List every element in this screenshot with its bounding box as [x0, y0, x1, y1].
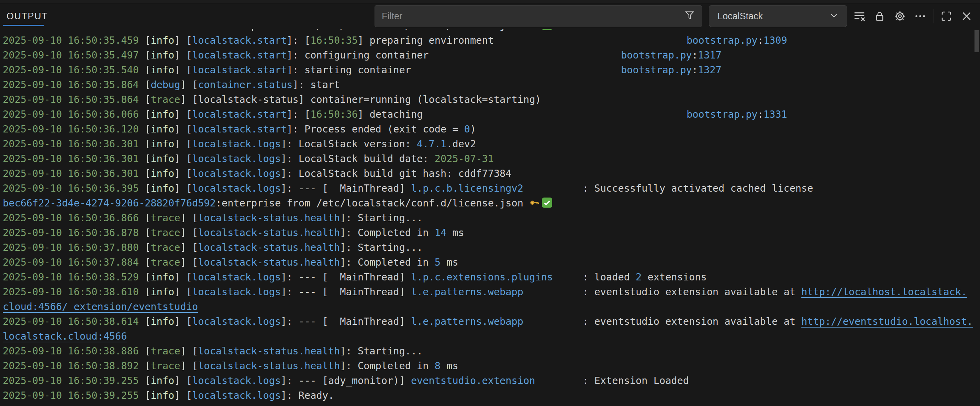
log-text: l.e.patterns.webapp [411, 286, 523, 297]
log-text: trace [151, 256, 180, 268]
log-text: 2025-09-10 16:50:38.610 [3, 286, 139, 297]
log-text: ]: Process ended (exit code = [286, 123, 464, 135]
log-text: ]: Starting... [340, 212, 423, 224]
filter-icon[interactable] [684, 10, 695, 23]
log-text: localstack.logs [192, 286, 281, 297]
log-url-link[interactable]: cloud:4566/_extension/eventstudio [3, 301, 198, 312]
maximize-panel-button[interactable] [939, 8, 954, 24]
log-text: ] [ [174, 49, 192, 61]
log-text: info [151, 109, 174, 120]
close-panel-button[interactable] [959, 8, 975, 24]
check-icon [541, 29, 554, 31]
log-text: [ [139, 182, 151, 194]
log-text: 16:50:35 [310, 34, 358, 46]
log-text: ]: [ [286, 34, 310, 46]
key-icon [529, 29, 541, 31]
log-text: ] [ [180, 256, 198, 268]
log-line: 2025-09-10 16:50:37.884 [trace] [localst… [3, 255, 980, 270]
source-file-link[interactable]: bootstrap.py:1317 [621, 48, 722, 62]
log-text: [ [139, 212, 151, 224]
log-url-link[interactable]: http://localhost.localstack. [801, 286, 967, 297]
lock-scroll-button[interactable] [872, 8, 888, 24]
log-text: ] [ [174, 286, 192, 297]
log-text: ] [ [174, 138, 192, 150]
log-line: 2025-09-10 16:50:38.886 [trace] [localst… [3, 344, 980, 358]
log-url-link[interactable]: http://eventstudio.localhost. [801, 315, 973, 327]
log-text: ]: --- [ MainThread] [281, 271, 411, 283]
source-file-link[interactable]: bootstrap.py:1309 [687, 33, 787, 48]
log-text: .dev2 [446, 138, 476, 150]
log-text: ] [ [180, 345, 198, 357]
log-text: ]: LocalStack build git hash: cddf77384 [281, 168, 511, 179]
clear-output-button[interactable] [851, 8, 867, 24]
log-line: 2025-09-10 16:50:37.880 [trace] [localst… [3, 240, 980, 255]
log-text: : eventstudio extension available at [523, 315, 801, 327]
tab-output[interactable]: OUTPUT [5, 3, 49, 29]
log-text: 8 [435, 360, 441, 372]
log-line: 2025-09-10 16:50:35.864 [trace] [localst… [3, 92, 980, 107]
log-text: 2025-09-10 16:50:38.614 [3, 315, 139, 327]
log-text: ]: Ready. [281, 390, 334, 401]
log-text: 2025-09-10 16:50:36.301 [3, 168, 139, 179]
log-text: info [151, 168, 174, 179]
active-tab-indicator [3, 25, 45, 26]
log-text: trace [151, 227, 180, 238]
log-text: localstack.start [192, 49, 286, 61]
log-text: :enterprise from /etc/localstack/conf.d/… [216, 29, 529, 31]
log-text: 2025-09-10 16:50:39.255 [3, 390, 139, 401]
log-text: 4.7.1 [417, 138, 446, 150]
source-file-link[interactable]: bootstrap.py:1331 [687, 107, 787, 122]
filter-input[interactable] [382, 11, 684, 22]
log-text: : eventstudio extension available at [523, 286, 801, 297]
log-text: extensions [641, 271, 706, 283]
ellipsis-icon [914, 10, 927, 23]
scrollbar-thumb[interactable] [975, 30, 979, 52]
log-text: ] [ [174, 153, 192, 165]
panel-top-sash [0, 0, 980, 3]
log-text: info [151, 390, 174, 401]
log-text: [ [139, 315, 151, 327]
filter-box[interactable] [375, 5, 702, 27]
log-text: l.p.c.extensions.plugins [411, 271, 553, 283]
log-text: 2025-09-10 16:50:37.884 [3, 256, 139, 268]
log-text: ms [441, 256, 458, 268]
log-text: trace [151, 212, 180, 224]
log-text: ] [ [180, 212, 198, 224]
log-text: container.status [198, 79, 293, 91]
log-text: 5 [435, 256, 441, 268]
more-actions-button[interactable] [912, 8, 928, 24]
check-icon [541, 197, 554, 209]
log-url-link[interactable]: localstack.cloud:4566 [3, 330, 127, 342]
output-settings-button[interactable] [892, 8, 908, 24]
log-text: [ [139, 153, 151, 165]
log-line: 2025-09-10 16:50:36.395 [info] [localsta… [3, 181, 980, 196]
log-text: : Successfully activated cached license [523, 182, 813, 194]
log-text: 2025-09-10 16:50:35.459 [3, 34, 139, 46]
log-text: 2025-09-10 16:50:38.886 [3, 345, 139, 357]
log-text: [ [139, 138, 151, 150]
log-text: info [151, 34, 174, 46]
log-line: 2025-09-10 16:50:36.066 [info] [localsta… [3, 107, 980, 122]
log-line: 2025-09-10 16:50:36.301 [info] [localsta… [3, 166, 980, 181]
log-text: localstack.logs [192, 271, 281, 283]
log-text: info [151, 375, 174, 387]
log-text: ]: --- [ady_monitor)] [281, 375, 411, 387]
log-text: ] [ [174, 168, 192, 179]
output-log-area[interactable]: bec66f22-3d4e-4274-9206-28820f76d592:ent… [0, 29, 980, 403]
log-text: 2025-09-10 16:50:36.301 [3, 138, 139, 150]
log-text: ms [441, 360, 458, 372]
log-text: ] [ [174, 182, 192, 194]
log-text: info [151, 153, 174, 165]
log-text: 2025-09-10 16:50:36.120 [3, 123, 139, 135]
source-file-link[interactable]: bootstrap.py:1327 [621, 62, 722, 77]
log-text: 16:50:36 [310, 109, 358, 120]
log-text: [ [139, 227, 151, 238]
log-text: ]: configuring container [286, 49, 428, 61]
log-text: localstack.start [192, 64, 286, 76]
log-text: ]: --- [ MainThread] [281, 286, 411, 297]
log-text: 2025-09-10 16:50:37.880 [3, 241, 139, 253]
log-text: info [151, 49, 174, 61]
output-channel-dropdown[interactable]: LocalStack [709, 5, 847, 27]
log-text: [ [139, 168, 151, 179]
close-icon [961, 10, 973, 22]
